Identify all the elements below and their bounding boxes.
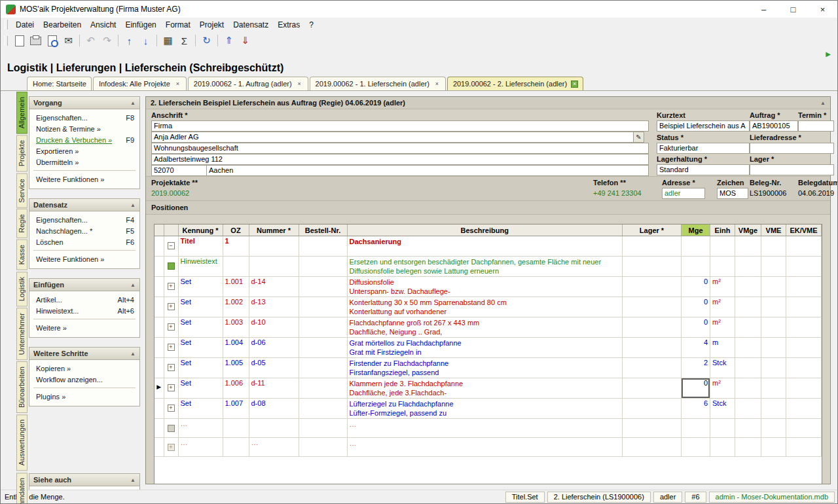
item-weitere-funktionen-datensatz[interactable]: Weitere Funktionen » <box>29 253 139 264</box>
menu-datensatz[interactable]: Datensatz <box>228 19 273 31</box>
item-weitere-funktionen-vorgang[interactable]: Weitere Funktionen » <box>29 173 139 185</box>
toolbar-expand-icon[interactable]: ▶ <box>826 50 831 59</box>
lagerhaltung-field[interactable]: Standard <box>657 164 750 175</box>
collapse-icon[interactable]: ▲ <box>130 282 136 288</box>
item-eigenschaften-vorgang[interactable]: Eigenschaften...F8 <box>29 112 139 123</box>
termin-field[interactable] <box>798 120 834 132</box>
item-weitere-einfuegen[interactable]: Weitere » <box>29 322 139 333</box>
tree-expand-icon[interactable]: + <box>168 405 175 412</box>
plz-field[interactable]: 52070 <box>151 165 209 176</box>
col-lager[interactable]: Lager * <box>623 225 682 236</box>
tree-expand-icon[interactable]: + <box>168 303 175 310</box>
item-exportieren[interactable]: Exportieren » <box>29 145 139 156</box>
tab-close-icon[interactable]: × <box>174 81 181 88</box>
tab-close-icon[interactable]: × <box>433 81 441 88</box>
side-tab-regie[interactable]: Regie <box>16 209 27 238</box>
table-row-set-1003[interactable]: + Set 1.003 d-10 Flachdachpfanne groß ro… <box>155 317 822 338</box>
col-mge[interactable]: Mge <box>682 225 710 236</box>
new-document-button[interactable] <box>11 33 27 48</box>
address-lookup-button[interactable]: ✎ <box>633 132 644 143</box>
col-vme[interactable]: VME <box>761 225 786 236</box>
tree-expand-icon[interactable]: + <box>168 364 175 371</box>
menu-extras[interactable]: Extras <box>273 19 304 31</box>
item-workflow-anzeigen[interactable]: Workflow anzeigen... <box>29 374 139 385</box>
table-row-set-1005[interactable]: + Set 1.005 d-05 Firstender zu Flachdach… <box>155 358 822 378</box>
tree-expand-icon[interactable]: + <box>168 384 175 391</box>
item-plugins[interactable]: Plugins » <box>29 391 139 402</box>
item-hinweistext[interactable]: Hinweistext...Alt+6 <box>29 305 139 316</box>
redo-button[interactable]: ↷ <box>99 33 115 48</box>
col-vmge[interactable]: VMge <box>735 225 761 236</box>
adresse-field[interactable]: adler <box>662 188 705 199</box>
side-tab-projekte[interactable]: Projekte <box>16 135 27 171</box>
auftrag-field[interactable]: AB1900105 <box>750 120 798 132</box>
panel-siehe-auch-header[interactable]: Siehe auch ▲ <box>29 474 139 486</box>
item-kopieren[interactable]: Kopieren » <box>29 363 139 374</box>
collapse-form-icon[interactable]: ▲ <box>820 100 826 106</box>
side-tab-auswertungen[interactable]: Auswertungen <box>16 414 27 471</box>
projektakte-link[interactable]: 2019.00062 <box>151 189 189 197</box>
table-row-set-1002[interactable]: + Set 1.002 d-13 Konterlattung 30 x 50 m… <box>155 297 822 317</box>
item-nachschlagen[interactable]: Nachschlagen... *F5 <box>29 225 139 236</box>
table-row-new-placeholder[interactable]: … … <box>155 419 822 438</box>
menu-einfuegen[interactable]: Einfügen <box>120 19 160 31</box>
menu-bearbeiten[interactable]: Bearbeiten <box>39 19 86 31</box>
side-tab-stammdaten[interactable]: Stammdaten <box>16 473 27 504</box>
col-oz[interactable]: OZ <box>223 225 249 236</box>
panel-weitere-schritte-header[interactable]: Weitere Schritte ▲ <box>29 348 139 360</box>
minimize-button[interactable]: – <box>749 1 778 18</box>
tab-close-icon[interactable]: × <box>571 81 578 88</box>
collapse-icon[interactable]: ▲ <box>130 477 136 483</box>
menu-datei[interactable]: Datei <box>11 19 39 31</box>
menu-format[interactable]: Format <box>161 19 195 31</box>
tab-close-icon[interactable]: × <box>296 81 303 88</box>
anschrift-line2-field[interactable]: Anja Adler AG <box>151 132 636 143</box>
menu-projekt[interactable]: Projekt <box>195 19 228 31</box>
table-row-set-1007[interactable]: + Set 1.007 d-08 Lüfterziegel zu Flachda… <box>155 399 822 419</box>
tree-expand-icon[interactable]: + <box>168 344 175 351</box>
col-nummer[interactable]: Nummer * <box>249 225 299 236</box>
table-row-new-placeholder-2[interactable]: + … … … <box>155 438 822 457</box>
maximize-button[interactable]: □ <box>778 1 808 18</box>
side-tab-logistik[interactable]: Logistik <box>16 272 27 306</box>
tab-home[interactable]: Home: Startseite <box>27 77 92 90</box>
item-eigenschaften-datensatz[interactable]: Eigenschaften...F4 <box>29 214 139 225</box>
sum-button[interactable]: Σ <box>176 33 192 48</box>
tree-expand-icon[interactable]: + <box>168 283 175 290</box>
telefon-link[interactable]: +49 241 23304 <box>593 189 642 197</box>
focused-cell-mge[interactable]: 0 <box>682 378 710 399</box>
item-loeschen[interactable]: LöschenF6 <box>29 236 139 247</box>
grid-view-button[interactable]: ▦ <box>160 33 176 48</box>
col-bestellnr[interactable]: Bestell-Nr. <box>299 225 347 236</box>
tree-node-icon[interactable] <box>168 425 175 432</box>
anschrift-line1-field[interactable]: Firma <box>151 120 649 132</box>
collapse-icon[interactable]: ▲ <box>130 202 136 208</box>
table-row-set-1001[interactable]: + Set 1.001 d-14 Diffusionsfolie Untersp… <box>155 277 822 297</box>
status-field[interactable]: Fakturierbar <box>657 143 750 154</box>
tree-collapse-icon[interactable]: − <box>168 242 175 249</box>
tab-infodesk[interactable]: Infodesk: Alle Projekte × <box>93 77 187 90</box>
item-notizen-termine[interactable]: Notizen & Termine » <box>29 123 139 134</box>
hint-node-icon[interactable] <box>168 262 175 270</box>
tree-expand-icon[interactable]: + <box>168 444 175 451</box>
move-up-button[interactable]: ↑ <box>121 33 137 48</box>
side-tab-service[interactable]: Service <box>16 173 27 208</box>
item-drucken-verbuchen[interactable]: Drucken & Verbuchen »F9 <box>29 134 139 145</box>
panel-einfuegen-header[interactable]: Einfügen ▲ <box>29 279 139 291</box>
panel-datensatz-header[interactable]: Datensatz ▲ <box>29 199 139 211</box>
toolbar-handle[interactable] <box>5 36 8 46</box>
lager-field[interactable] <box>750 164 834 175</box>
print-preview-button[interactable] <box>44 33 60 48</box>
anschrift-line4-field[interactable]: Adalbertsteinweg 112 <box>151 154 649 165</box>
col-kennung[interactable]: Kennung * <box>178 225 223 236</box>
col-ekvme[interactable]: EK/VME <box>786 225 822 236</box>
side-tab-kasse[interactable]: Kasse <box>16 240 27 270</box>
email-button[interactable]: ✉ <box>60 33 77 48</box>
ort-field[interactable]: Aachen <box>206 165 649 176</box>
table-row-hinweistext[interactable]: Hinweistext Ersetzen und entsorgen besch… <box>155 257 822 277</box>
col-beschreibung[interactable]: Beschreibung <box>347 225 623 236</box>
table-row-set-1004[interactable]: + Set 1.004 d-06 Grat mörtellos zu Flach… <box>155 338 822 358</box>
menu-hilfe[interactable]: ? <box>304 19 318 31</box>
item-artikel[interactable]: Artikel...Alt+4 <box>29 294 139 305</box>
tab-lieferschein-2-active[interactable]: 2019.00062 - 2. Lieferschein (adler) × <box>447 77 583 90</box>
